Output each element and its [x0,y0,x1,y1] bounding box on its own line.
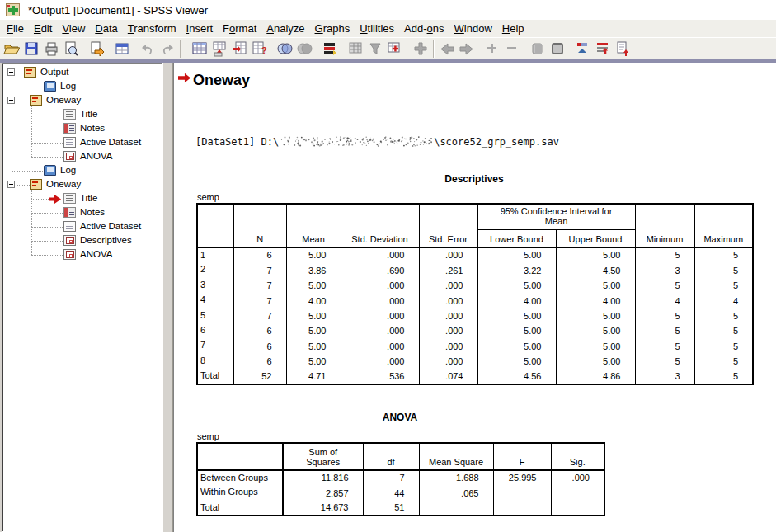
table-cell: 4.00 [477,293,556,308]
dialog-recall-icon[interactable] [112,39,132,59]
use-sets-icon[interactable] [275,39,294,59]
insert-plus-icon[interactable] [411,39,430,59]
menu-data[interactable]: Data [90,21,122,36]
table-cell: 5.00 [556,354,635,369]
menu-edit[interactable]: Edit [29,21,57,36]
pane-splitter[interactable] [162,63,173,532]
run-script-icon[interactable] [320,39,340,59]
table-cell: 5.00 [556,247,635,262]
tree-connector [31,199,49,200]
tree-connector [16,185,30,186]
row-label: 7 [197,338,233,353]
collapse-all-icon[interactable] [573,39,593,59]
undo-icon[interactable] [138,39,158,59]
table-cell: 5 [635,338,694,353]
menu-file[interactable]: File [2,21,29,36]
table-cell: 3.22 [477,262,556,277]
menu-help[interactable]: Help [497,21,529,36]
table-cell: .000 [419,247,477,262]
tree-connector [31,190,32,255]
menu-addons[interactable]: Add-ons [399,21,449,36]
outline-item-oneway[interactable]: Oneway [46,179,81,189]
table-cell: 4.00 [556,293,635,308]
menu-utilities[interactable]: Utilities [355,21,399,36]
outline-item-notes[interactable]: Notes [80,123,105,133]
toolbar-separator [433,40,435,58]
table-cell: 5 [635,247,694,262]
goto-case-icon[interactable] [229,39,249,59]
table-cell: 5.00 [286,308,341,323]
table-cell: .000 [341,293,419,308]
insert-heading-icon[interactable] [593,39,613,59]
table-cell: .000 [419,354,477,369]
outline-item-descriptives[interactable]: Descriptives [80,235,132,245]
toolbar: ? [0,38,776,59]
outline-item-output[interactable]: Output [40,67,69,77]
filter-icon[interactable] [365,39,385,59]
outline-item-active-dataset[interactable]: Active Dataset [80,221,141,231]
outline-item-active-dataset[interactable]: Active Dataset [80,137,141,147]
outline-item-notes[interactable]: Notes [80,207,105,217]
promote-icon[interactable] [437,39,457,59]
outline-item-anova[interactable]: ANOVA [80,151,112,161]
show-icon[interactable] [528,39,548,59]
menu-view[interactable]: View [57,21,90,36]
menu-graphs[interactable]: Graphs [310,21,355,36]
variables-icon[interactable]: ? [249,39,269,59]
table-cell: .000 [341,278,419,293]
outline-item-title[interactable]: Title [80,193,97,203]
outline-item-log[interactable]: Log [60,165,76,175]
export-icon[interactable] [87,39,106,59]
table-cell: 6 [233,323,286,338]
row-label: Total [197,369,233,384]
print-preview-icon[interactable] [61,39,81,59]
open-icon[interactable] [2,39,21,59]
table-cell: .000 [551,470,604,485]
table-cell: 3 [635,369,694,384]
table-cell: 4.71 [286,369,341,384]
menu-transform[interactable]: Transform [123,21,181,36]
table-cell: 7 [363,470,419,485]
table-icon [63,235,76,246]
goto-data-icon[interactable] [209,39,229,59]
column-header: Mean Square [419,443,493,470]
outline-pane: OutputLogOnewayTitleNotesActive DatasetA… [2,63,162,532]
save-icon[interactable] [21,39,41,59]
redo-icon[interactable] [158,39,177,59]
table-cell: .000 [341,354,419,369]
tree-expander[interactable] [7,68,15,76]
tree-connector [31,255,63,256]
select-pivot-icon[interactable] [346,39,365,59]
insert-text-icon[interactable] [613,39,633,59]
outline-item-oneway[interactable]: Oneway [46,95,81,105]
insert-chart-icon[interactable] [385,39,405,59]
table-row: 575.00.000.0005.005.0055 [197,308,753,323]
tree-connector [31,143,63,144]
column-header: df [363,443,419,470]
row-label: 3 [197,278,233,293]
table-cell: 3 [635,262,694,277]
tree-connector [31,227,63,228]
outline-item-anova[interactable]: ANOVA [80,249,112,259]
split-file-icon[interactable] [294,39,314,59]
table-row: Between Groups11.81671.68825.995.000 [197,470,604,485]
goto-table-icon[interactable] [190,39,209,59]
tree-connector [31,213,63,214]
menu-analyze[interactable]: Analyze [261,21,309,36]
collapse-icon[interactable] [502,39,522,59]
redacted-path [279,136,434,147]
row-label: Within Groups [197,485,283,500]
table-cell: 2.857 [283,485,363,500]
hide-icon[interactable] [548,39,567,59]
demote-icon[interactable] [457,39,477,59]
menu-format[interactable]: Format [218,21,261,36]
table-row: 273.86.690.2613.224.5035 [197,262,753,277]
outline-item-log[interactable]: Log [60,81,76,91]
table-cell: .000 [419,338,477,353]
print-icon[interactable] [41,39,61,59]
outline-item-title[interactable]: Title [80,109,97,119]
expand-icon[interactable] [482,39,502,59]
table-cell: 5.00 [286,338,341,353]
menu-insert[interactable]: Insert [181,21,219,36]
menu-window[interactable]: Window [449,21,497,36]
